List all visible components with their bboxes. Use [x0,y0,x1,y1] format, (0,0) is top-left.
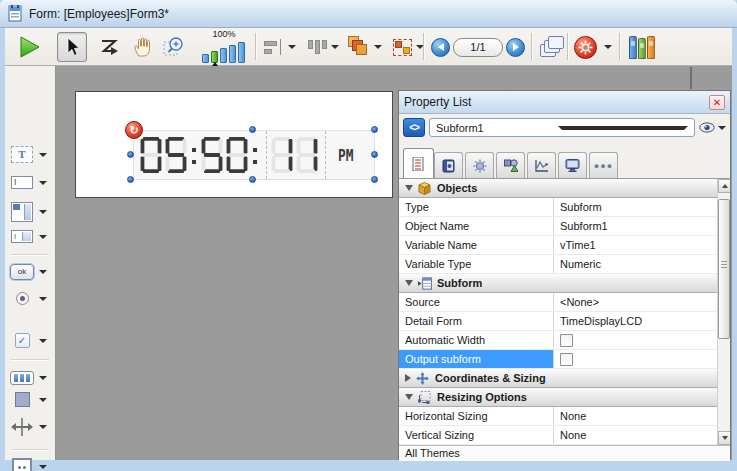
property-row[interactable]: Source<None> [399,293,717,312]
subform-badge-icon[interactable]: ↻ [125,121,143,139]
selection-tool-button[interactable] [57,32,87,62]
align-menu-button[interactable] [263,32,297,62]
property-label: Type [399,198,553,216]
collapse-icon[interactable] [405,394,413,400]
section-header[interactable]: Subform [399,274,717,293]
property-list-titlebar[interactable]: Property List ✕ [399,91,730,114]
radio-button-tool[interactable] [5,292,56,305]
page-indicator-field[interactable]: 1/1 [453,32,503,62]
gear-icon [574,36,597,59]
check-box-tool[interactable]: ✓ [5,333,56,348]
group-menu-button[interactable] [391,32,425,62]
object-selector-dropdown[interactable]: Subform1 [429,118,695,137]
form-window-icon [8,5,22,22]
property-row[interactable]: Variable NamevTime1 [399,236,717,255]
selection-handle-bottom[interactable] [249,176,256,183]
property-row[interactable]: Automatic Width [399,331,717,350]
selection-handle-top[interactable] [249,126,256,133]
property-checkbox-cell[interactable] [553,331,717,349]
button-grid-tool[interactable] [5,371,56,385]
previous-page-button[interactable] [431,32,450,62]
combo-box-tool[interactable]: I [5,230,56,243]
tab-data[interactable] [434,152,463,178]
books-icon [629,36,655,59]
property-value[interactable]: None [553,426,717,444]
section-header[interactable]: Objects [399,179,717,198]
property-grid-scrollbar[interactable] [717,179,730,445]
tool-palette: T I I ok ✓ [5,66,56,460]
collapse-icon[interactable] [405,280,413,286]
selection-handle-bottom-left[interactable] [127,176,134,183]
tab-shapes[interactable] [496,152,525,178]
tab-settings[interactable] [465,152,494,178]
object-selector-row: <> Subform1 [399,114,730,141]
static-text-tool[interactable]: T [5,146,56,163]
zoom-tool-button[interactable] [161,32,189,62]
zoom-level-control[interactable]: 100% [199,30,249,64]
property-checkbox-cell[interactable] [553,350,717,368]
next-page-button[interactable] [506,32,525,62]
selection-handle-left[interactable] [127,151,134,158]
plugin-area-tool[interactable] [5,458,56,471]
property-value[interactable]: TimeDisplayLCD [553,312,717,330]
property-row[interactable]: Detail FormTimeDisplayLCD [399,312,717,331]
window-titlebar[interactable]: Form: [Employees]Form3* [0,0,737,28]
button-tool[interactable]: ok [5,264,56,280]
scrollbar-thumb[interactable] [718,199,730,339]
property-row[interactable]: Variable TypeNumeric [399,255,717,274]
property-grid: ObjectsTypeSubformObject NameSubform1Var… [399,179,730,445]
explorer-button[interactable] [627,32,657,62]
visibility-menu-button[interactable] [699,122,726,133]
selection-handle-right[interactable] [371,151,378,158]
lcd-digit [226,137,248,173]
move-tool-button[interactable] [129,32,157,62]
level-menu-button[interactable] [347,32,383,62]
checkbox-icon[interactable] [560,353,573,366]
window-title: Form: [Employees]Form3* [29,7,169,21]
tab-display[interactable] [558,152,587,178]
tab-more[interactable]: ●●● [589,152,618,178]
selected-object-name: Subform1 [436,122,558,134]
list-box-tool[interactable] [5,202,56,222]
input-field-tool[interactable]: I [5,176,56,189]
property-row[interactable]: Horizontal SizingNone [399,407,717,426]
subform-object-lcd-display[interactable]: PM [133,130,375,180]
object-code-icon[interactable]: <> [403,118,425,137]
themes-footer: All Themes [399,445,730,461]
zoom-bars-icon[interactable] [199,41,249,63]
property-row[interactable]: Output subform [399,350,717,369]
collapse-icon[interactable] [405,185,413,191]
tab-properties[interactable] [403,148,434,178]
cube-icon [418,182,432,195]
close-icon[interactable]: ✕ [709,95,725,110]
checkbox-icon[interactable] [560,334,573,347]
selection-handle-bottom-right[interactable] [371,176,378,183]
splitter-tool[interactable] [5,418,56,436]
scroll-up-icon[interactable] [718,179,730,193]
property-row[interactable]: Object NameSubform1 [399,217,717,236]
property-value[interactable]: Numeric [553,255,717,273]
scroll-down-icon[interactable] [718,431,730,445]
entry-order-tool-button[interactable] [97,32,123,62]
property-row[interactable]: TypeSubform [399,198,717,217]
property-value[interactable]: vTime1 [553,236,717,254]
property-value[interactable]: None [553,407,717,425]
selection-handle-top-right[interactable] [371,126,378,133]
property-value[interactable]: <None> [553,293,717,311]
section-header[interactable]: Coordinates & Sizing [399,369,717,388]
property-row[interactable]: Vertical SizingNone [399,426,717,445]
expand-icon[interactable] [405,374,411,382]
distribute-menu-button[interactable] [305,32,341,62]
tab-events[interactable] [527,152,556,178]
form-pages-button[interactable] [539,32,567,62]
lcd-colon [251,137,259,173]
display-menu-button[interactable] [573,32,598,62]
rectangle-tool[interactable] [5,392,56,407]
section-header[interactable]: Resizing Options [399,388,717,407]
property-tab-bar: ●●● [399,141,730,179]
property-value[interactable]: Subform1 [553,217,717,235]
property-label: Variable Type [399,255,553,273]
execute-form-button[interactable] [15,32,43,62]
property-value[interactable]: Subform [553,198,717,216]
display-menu-arrow[interactable] [601,32,615,62]
